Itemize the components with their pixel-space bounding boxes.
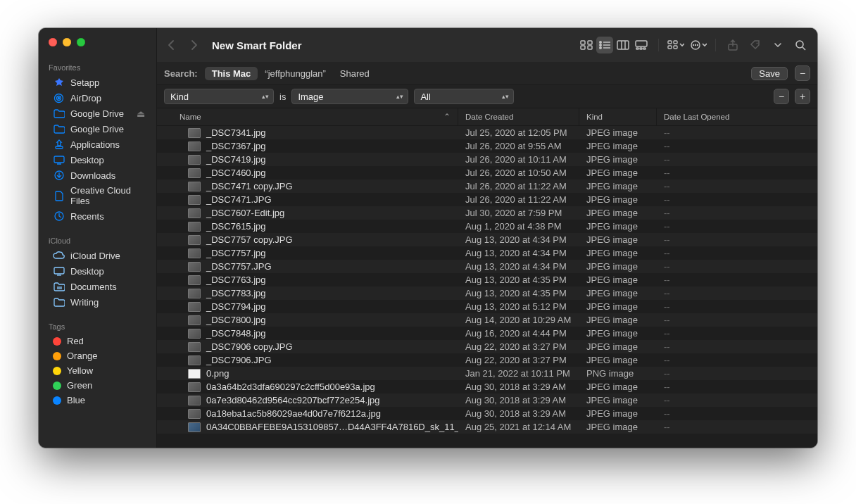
search-button[interactable] — [792, 37, 809, 53]
criteria-match-select[interactable]: All ▴▾ — [414, 89, 514, 104]
file-row[interactable]: _DSC7794.jpgAug 13, 2020 at 5:12 PMJPEG … — [157, 300, 817, 313]
file-date-opened: -- — [657, 368, 817, 379]
file-row[interactable]: _DSC7848.jpgAug 16, 2020 at 4:44 PMJPEG … — [157, 327, 817, 340]
sidebar-item[interactable]: Recents — [43, 208, 152, 224]
file-name: 0a7e3d80462d9564cc9207bcf772e254.jpg — [206, 395, 380, 405]
svg-point-36 — [697, 44, 698, 46]
column-header: Name ⌃ Date Created Kind Date Last Opene… — [157, 108, 817, 126]
file-kind: PNG image — [579, 368, 657, 379]
file-row[interactable]: 0a7e3d80462d9564cc9207bcf772e254.jpgAug … — [157, 393, 817, 407]
file-row[interactable]: _DSC7341.jpgJul 25, 2020 at 12:05 PMJPEG… — [157, 126, 817, 139]
search-scope-chip[interactable]: Shared — [333, 67, 377, 80]
column-name[interactable]: Name ⌃ — [157, 108, 458, 125]
file-row[interactable]: _DSC7757 copy.JPGAug 13, 2020 at 4:34 PM… — [157, 233, 817, 246]
svg-rect-4 — [54, 156, 64, 163]
forward-button[interactable] — [185, 37, 202, 53]
tags-button[interactable] — [747, 37, 764, 53]
file-row[interactable]: _DSC7757.JPGAug 13, 2020 at 4:34 PMJPEG … — [157, 260, 817, 273]
file-row[interactable]: _DSC7763.jpgAug 13, 2020 at 4:35 PMJPEG … — [157, 273, 817, 286]
dropdown-button[interactable] — [769, 37, 786, 53]
search-scope-chip[interactable]: “jeffphungglan” — [258, 67, 333, 80]
svg-rect-27 — [640, 48, 642, 49]
minimize-window-button[interactable] — [63, 38, 71, 46]
sidebar-group-title: Favorites — [39, 59, 156, 75]
sidebar-item[interactable]: Blue — [43, 393, 152, 408]
action-menu-button[interactable] — [690, 37, 707, 53]
file-kind: JPEG image — [579, 395, 657, 405]
file-row[interactable]: _DSC7615.jpgAug 1, 2020 at 4:38 PMJPEG i… — [157, 220, 817, 233]
file-date-opened: -- — [657, 288, 817, 298]
svg-point-39 — [796, 41, 803, 48]
tag-color-dot — [53, 352, 61, 360]
sidebar-item[interactable]: AirDrop — [43, 90, 152, 106]
sidebar-item[interactable]: Orange — [43, 348, 152, 363]
sidebar-item-label: Desktop — [70, 155, 104, 165]
sidebar-item[interactable]: Applications — [43, 137, 152, 152]
view-gallery-button[interactable] — [633, 37, 650, 53]
search-scope-bar: Search: This Mac“jeffphungglan”Shared Sa… — [157, 62, 817, 85]
sidebar-item[interactable]: Desktop — [43, 152, 152, 168]
svg-rect-8 — [54, 267, 64, 274]
file-row[interactable]: _DSC7471.JPGJul 26, 2020 at 11:22 AMJPEG… — [157, 193, 817, 206]
file-row[interactable]: _DSC7471 copy.JPGJul 26, 2020 at 11:22 A… — [157, 179, 817, 193]
sidebar-item[interactable]: Downloads — [43, 168, 152, 183]
column-created[interactable]: Date Created — [458, 108, 579, 125]
file-row[interactable]: _DSC7607-Edit.jpgJul 30, 2020 at 7:59 PM… — [157, 206, 817, 220]
file-row[interactable]: _DSC7367.jpgJul 26, 2020 at 9:55 AMJPEG … — [157, 139, 817, 153]
file-row[interactable]: _DSC7906 copy.JPGAug 22, 2020 at 3:27 PM… — [157, 340, 817, 353]
sidebar-item[interactable]: Google Drive — [43, 121, 152, 137]
back-button[interactable] — [163, 37, 180, 53]
sidebar-item[interactable]: Creative Cloud Files — [43, 183, 152, 208]
view-icons-button[interactable] — [578, 37, 595, 53]
close-window-button[interactable] — [49, 38, 57, 46]
fullscreen-window-button[interactable] — [77, 38, 85, 46]
file-name: _DSC7367.jpg — [206, 141, 266, 151]
file-row[interactable]: _DSC7460.jpgJul 26, 2020 at 10:50 AMJPEG… — [157, 166, 817, 179]
save-search-button[interactable]: Save — [751, 67, 788, 80]
tag-color-dot — [53, 382, 61, 390]
remove-criteria-button[interactable]: − — [774, 89, 789, 104]
criteria-field-select[interactable]: Kind ▴▾ — [164, 89, 274, 104]
view-columns-button[interactable] — [615, 37, 631, 53]
sidebar-item[interactable]: Desktop — [43, 263, 152, 279]
criteria-value-select[interactable]: Image ▴▾ — [291, 89, 408, 104]
file-row[interactable]: _DSC7783.jpgAug 13, 2020 at 4:35 PMJPEG … — [157, 286, 817, 300]
search-scope-chip[interactable]: This Mac — [205, 67, 258, 80]
sidebar-item[interactable]: Red — [43, 334, 152, 348]
file-name: _DSC7906.JPG — [206, 355, 272, 365]
sidebar-item[interactable]: Setapp — [43, 75, 152, 90]
file-date-created: Jan 21, 2022 at 10:11 PM — [458, 368, 579, 379]
file-name: _DSC7794.jpg — [206, 301, 266, 312]
file-name: _DSC7763.jpg — [206, 275, 266, 285]
file-date-created: Aug 13, 2020 at 4:35 PM — [458, 288, 579, 298]
sidebar-item[interactable]: Yellow — [43, 363, 152, 378]
sidebar-item[interactable]: Green — [43, 378, 152, 393]
file-kind: JPEG image — [579, 382, 657, 392]
eject-icon[interactable]: ⏏ — [137, 108, 145, 119]
share-button[interactable] — [724, 37, 741, 53]
file-row[interactable]: _DSC7419.jpgJul 26, 2020 at 10:11 AMJPEG… — [157, 153, 817, 166]
file-row[interactable]: 0a3a64b2d3dfa690297c2cff5d00e93a.jpgAug … — [157, 380, 817, 393]
file-row[interactable]: 0A34C0BBAFEBE9A153109857…D44A3FF4A7816D_… — [157, 420, 817, 434]
file-date-opened: -- — [657, 315, 817, 325]
file-row[interactable]: _DSC7800.jpgAug 14, 2020 at 10:29 AMJPEG… — [157, 313, 817, 327]
view-list-button[interactable] — [596, 37, 613, 53]
svg-rect-31 — [674, 41, 677, 44]
file-name: _DSC7783.jpg — [206, 288, 266, 298]
file-row[interactable]: _DSC7906.JPGAug 22, 2020 at 3:27 PMJPEG … — [157, 353, 817, 367]
group-by-button[interactable] — [667, 37, 684, 53]
sidebar-item[interactable]: Documents — [43, 279, 152, 294]
column-kind[interactable]: Kind — [579, 108, 657, 125]
collapse-criteria-button[interactable]: − — [795, 65, 810, 81]
file-date-opened: -- — [657, 408, 817, 419]
sidebar-item[interactable]: Google Drive⏏ — [43, 106, 152, 121]
sidebar-item[interactable]: iCloud Drive — [43, 248, 152, 263]
file-kind: JPEG image — [579, 154, 657, 165]
add-criteria-button[interactable]: + — [795, 89, 810, 104]
column-opened[interactable]: Date Last Opened — [657, 108, 817, 125]
file-kind: JPEG image — [579, 234, 657, 245]
file-row[interactable]: _DSC7757.jpgAug 13, 2020 at 4:34 PMJPEG … — [157, 246, 817, 260]
file-row[interactable]: 0a18eba1ac5b86029ae4d0d7e7f6212a.jpgAug … — [157, 407, 817, 420]
sidebar-item[interactable]: Writing — [43, 294, 152, 310]
file-row[interactable]: 0.pngJan 21, 2022 at 10:11 PMPNG image-- — [157, 367, 817, 380]
